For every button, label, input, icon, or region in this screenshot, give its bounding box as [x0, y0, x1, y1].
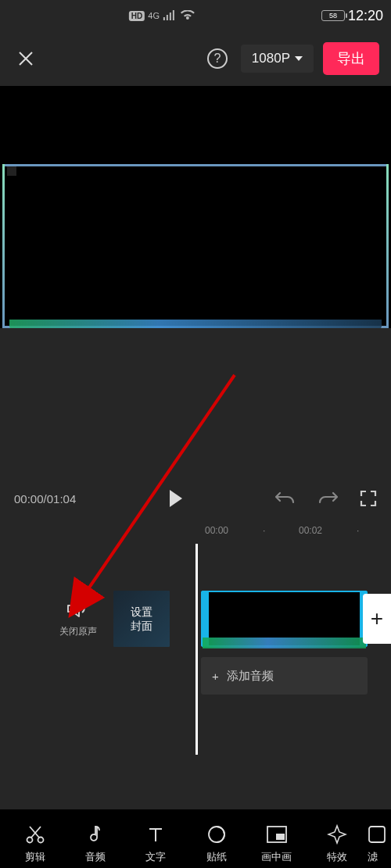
play-icon	[170, 490, 182, 507]
tool-label: 滤	[368, 850, 378, 864]
tool-audio[interactable]: 音频	[65, 823, 125, 864]
help-button[interactable]: ?	[203, 45, 231, 73]
help-icon: ?	[207, 48, 228, 69]
set-cover-button[interactable]: 设置 封面	[113, 591, 170, 647]
tool-label: 剪辑	[25, 850, 45, 864]
add-clip-button[interactable]: +	[363, 594, 391, 644]
ruler-tick: 00:00	[205, 525, 228, 536]
tool-label: 画中画	[261, 850, 292, 864]
text-icon	[146, 823, 165, 845]
status-bar: HD 4G 58 12:20	[0, 0, 391, 31]
time-display: 00:00/01:04	[14, 492, 76, 505]
play-button[interactable]	[170, 490, 182, 507]
fullscreen-icon	[360, 490, 377, 507]
playhead[interactable]	[196, 544, 198, 755]
svg-point-1	[38, 838, 43, 843]
mid-gap	[0, 328, 391, 477]
top-toolbar: ? 1080P 导出	[0, 31, 391, 86]
crop-icon	[7, 166, 16, 176]
close-icon	[16, 49, 35, 68]
svg-rect-5	[369, 827, 385, 842]
add-audio-label: 添加音频	[227, 669, 274, 684]
svg-point-0	[27, 838, 32, 843]
hd-badge: HD	[129, 11, 145, 21]
gap	[0, 755, 391, 809]
status-right: 58 12:20	[321, 8, 383, 24]
preview-area	[0, 86, 391, 328]
battery-indicator: 58	[321, 10, 345, 21]
clip-thumbstrip	[203, 638, 366, 648]
music-note-icon	[86, 823, 105, 845]
tool-label: 特效	[327, 850, 347, 864]
tool-edit[interactable]: 剪辑	[5, 823, 65, 864]
cover-label: 设置 封面	[131, 605, 152, 633]
ruler-dot: ·	[263, 525, 265, 536]
status-left: HD 4G	[129, 10, 196, 21]
sticker-icon	[206, 823, 227, 845]
video-preview[interactable]	[5, 164, 386, 328]
tool-sticker[interactable]: 贴纸	[186, 823, 246, 864]
signal-icon	[163, 10, 177, 21]
undo-icon	[275, 490, 296, 507]
ruler-dot: ·	[357, 525, 359, 536]
bottom-toolbar: 剪辑 音频 文字 贴纸 画中画	[0, 809, 391, 868]
redo-icon	[317, 490, 338, 507]
chevron-down-icon	[295, 56, 303, 61]
network-indicator: 4G	[148, 11, 160, 20]
fullscreen-button[interactable]	[360, 490, 377, 507]
close-button[interactable]	[12, 45, 40, 73]
mute-label: 关闭原声	[55, 625, 102, 638]
tool-text[interactable]: 文字	[126, 823, 186, 864]
playback-controls: 00:00/01:04	[0, 477, 391, 520]
mute-original-audio[interactable]: 关闭原声	[55, 598, 102, 638]
speaker-icon	[66, 598, 90, 619]
redo-button[interactable]	[317, 490, 338, 507]
undo-button[interactable]	[275, 490, 296, 507]
plus-icon: +	[212, 670, 219, 683]
scissors-icon	[25, 823, 45, 845]
clock: 12:20	[348, 8, 383, 24]
tool-pip[interactable]: 画中画	[246, 823, 307, 864]
add-audio-row[interactable]: + 添加音频	[201, 657, 368, 695]
tool-label: 文字	[145, 850, 166, 864]
tool-effects[interactable]: 特效	[307, 823, 368, 864]
resolution-dropdown[interactable]: 1080P	[241, 45, 314, 73]
ruler-tick: 00:02	[299, 525, 322, 536]
app-root: HD 4G 58 12:20 ? 1080P 导出	[0, 0, 391, 868]
tool-label: 贴纸	[206, 850, 227, 864]
sparkle-icon	[327, 823, 347, 845]
wifi-icon	[180, 10, 196, 21]
pip-icon	[266, 823, 288, 845]
timeline[interactable]: 关闭原声 设置 封面 + + 添加音频	[0, 544, 391, 755]
tool-label: 音频	[85, 850, 106, 864]
filter-icon	[368, 823, 386, 845]
svg-rect-4	[276, 834, 285, 840]
time-ruler[interactable]: 00:00 · 00:02 ·	[0, 520, 391, 544]
video-clip[interactable]	[201, 591, 368, 647]
tool-filter[interactable]: 滤	[368, 823, 386, 864]
resolution-label: 1080P	[252, 51, 290, 66]
export-button[interactable]: 导出	[323, 42, 379, 75]
